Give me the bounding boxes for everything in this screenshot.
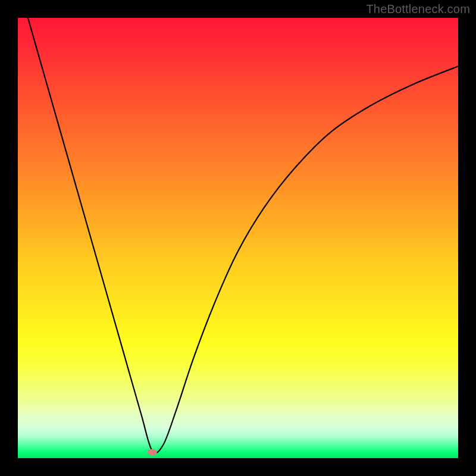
plot-area bbox=[18, 18, 458, 458]
min-point-marker bbox=[148, 449, 157, 456]
chart-frame: TheBottleneck.com bbox=[0, 0, 476, 476]
bottleneck-curve bbox=[18, 18, 458, 458]
watermark-label: TheBottleneck.com bbox=[366, 2, 470, 16]
